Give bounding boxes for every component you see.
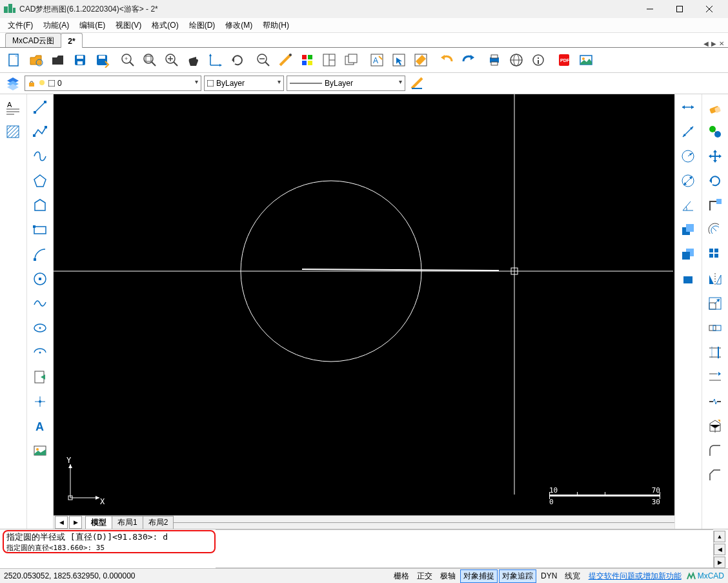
- text-style-button[interactable]: A: [367, 50, 387, 70]
- select-clean-button[interactable]: [410, 50, 431, 70]
- save-as-button[interactable]: [92, 50, 112, 70]
- cmd-scroll-right-button[interactable]: ▶: [714, 557, 725, 568]
- line-icon[interactable]: [30, 97, 50, 118]
- chamfer-icon[interactable]: [705, 465, 725, 486]
- explode-icon[interactable]: [705, 416, 725, 436]
- rectangle-icon[interactable]: [30, 220, 50, 240]
- spline-icon[interactable]: [30, 146, 50, 167]
- corner-icon[interactable]: [705, 195, 725, 216]
- close-button[interactable]: [694, 0, 724, 18]
- block-icon[interactable]: [678, 269, 698, 289]
- zoom-draw-button[interactable]: [275, 50, 296, 70]
- array-icon[interactable]: [705, 244, 725, 265]
- layers-button[interactable]: [297, 50, 318, 70]
- tab-close-icon[interactable]: ✕: [719, 40, 724, 47]
- pan-button[interactable]: [183, 50, 204, 70]
- new-file-button[interactable]: [4, 50, 25, 70]
- zoom-window-button[interactable]: +: [117, 50, 138, 70]
- viewport-button[interactable]: [319, 50, 339, 70]
- block-insert-icon[interactable]: [30, 367, 50, 387]
- fillet-icon[interactable]: [705, 440, 725, 461]
- spline2-icon[interactable]: [30, 293, 50, 314]
- erase-icon[interactable]: [705, 97, 725, 118]
- regen-button[interactable]: [227, 50, 248, 70]
- mirror-icon[interactable]: [705, 269, 725, 289]
- tab-scroll-left-icon[interactable]: ◀: [703, 40, 709, 47]
- tab-model[interactable]: 模型: [85, 516, 112, 529]
- zoom-extents-button[interactable]: [139, 50, 160, 70]
- text-a-icon[interactable]: A: [30, 416, 50, 436]
- zoom-in-button[interactable]: [161, 50, 182, 70]
- menu-format[interactable]: 格式(O): [147, 19, 183, 32]
- select-button[interactable]: [389, 50, 409, 70]
- menu-view[interactable]: 视图(V): [110, 19, 147, 32]
- ellipse-icon[interactable]: [30, 318, 50, 338]
- status-dyn[interactable]: DYN: [538, 570, 560, 582]
- polygon-icon[interactable]: [30, 170, 50, 191]
- menu-help[interactable]: 帮助(H): [258, 19, 294, 32]
- hatch-area-button[interactable]: [3, 121, 23, 142]
- undo-button[interactable]: [436, 50, 457, 70]
- stretch-icon[interactable]: [705, 318, 725, 338]
- draw-color-button[interactable]: [408, 75, 426, 92]
- rotate-icon[interactable]: [705, 170, 725, 191]
- polyline-icon[interactable]: [30, 121, 50, 142]
- model-tab-next-button[interactable]: ▶: [69, 516, 82, 529]
- save-button[interactable]: [70, 50, 90, 70]
- web-button[interactable]: [506, 50, 527, 70]
- tab-layout1[interactable]: 布局1: [112, 516, 143, 529]
- redo-button[interactable]: [458, 50, 479, 70]
- menu-modify[interactable]: 修改(M): [220, 19, 258, 32]
- linetype-selector[interactable]: ByLayer: [287, 76, 405, 91]
- status-otrack[interactable]: 对象追踪: [499, 569, 536, 583]
- menu-draw[interactable]: 绘图(D): [184, 19, 221, 32]
- layer-selector[interactable]: 0: [25, 76, 201, 91]
- minimize-button[interactable]: [635, 0, 665, 18]
- arc-icon[interactable]: [30, 244, 50, 265]
- copy-back-icon[interactable]: [678, 220, 698, 240]
- status-grid[interactable]: 栅格: [390, 569, 412, 583]
- color-selector[interactable]: ByLayer: [204, 76, 284, 91]
- shape-icon[interactable]: [30, 195, 50, 216]
- image-insert-icon[interactable]: [30, 440, 50, 461]
- offset-icon[interactable]: [705, 220, 725, 240]
- menu-edit[interactable]: 编辑(E): [74, 19, 110, 32]
- tab-active[interactable]: 2*: [61, 33, 82, 48]
- menu-file[interactable]: 文件(F): [3, 19, 38, 32]
- image-button[interactable]: [576, 50, 596, 70]
- print-button[interactable]: [484, 50, 505, 70]
- command-line-2[interactable]: 指定圆的直径<183.660>: 35: [6, 543, 212, 553]
- open-file-button[interactable]: [48, 50, 68, 70]
- dim-angle-icon[interactable]: [678, 195, 698, 216]
- trim-icon[interactable]: [705, 342, 725, 363]
- drawing-canvas[interactable]: X Y 1070 030: [54, 94, 674, 515]
- ellipse-arc-icon[interactable]: [30, 342, 50, 363]
- status-ortho[interactable]: 正交: [414, 569, 436, 583]
- copy-icon[interactable]: [705, 121, 725, 142]
- open-net-button[interactable]: [26, 50, 46, 70]
- break-icon[interactable]: [705, 391, 725, 412]
- copy-front-icon[interactable]: [678, 244, 698, 265]
- point-icon[interactable]: [30, 391, 50, 412]
- properties-button[interactable]: [528, 50, 549, 70]
- menu-func[interactable]: 功能(A): [38, 19, 74, 32]
- extend-icon[interactable]: [705, 367, 725, 387]
- dim-aligned-icon[interactable]: [678, 121, 698, 142]
- window-copy-button[interactable]: [341, 50, 361, 70]
- maximize-button[interactable]: [665, 0, 694, 18]
- dim-radius-icon[interactable]: [678, 146, 698, 167]
- circle-icon[interactable]: [30, 269, 50, 289]
- status-polar[interactable]: 极轴: [437, 569, 459, 583]
- text-align-button[interactable]: A: [3, 97, 23, 118]
- model-tab-prev-button[interactable]: ◀: [55, 516, 68, 529]
- move-icon[interactable]: [705, 146, 725, 167]
- feedback-link[interactable]: 提交软件问题或增加新功能: [589, 571, 682, 582]
- cmd-scroll-up-button[interactable]: ▲: [714, 531, 725, 542]
- cmd-scroll-left-button[interactable]: ◀: [714, 544, 725, 555]
- dim-linear-icon[interactable]: [678, 97, 698, 118]
- scale-icon[interactable]: [705, 293, 725, 314]
- zoom-out-button[interactable]: [253, 50, 274, 70]
- dim-diameter-icon[interactable]: [678, 170, 698, 191]
- tab-layout2[interactable]: 布局2: [143, 516, 174, 529]
- layer-stack-button[interactable]: [4, 75, 22, 92]
